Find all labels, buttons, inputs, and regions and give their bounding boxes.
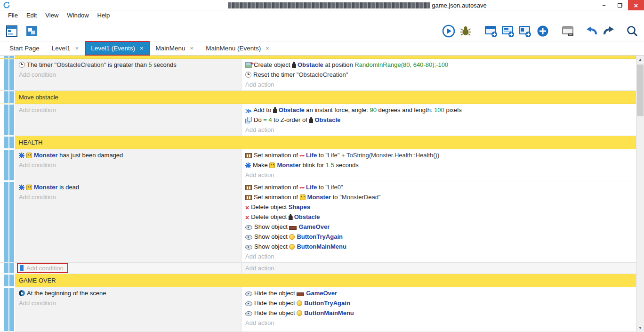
add-condition-button[interactable]: Add condition [26, 265, 64, 272]
comment-text[interactable]: HEALTH [15, 136, 636, 149]
new-external-events-icon[interactable] [501, 24, 515, 38]
action[interactable]: Set animation of Monster to "MonsterDead… [245, 192, 633, 202]
text-segment: to [331, 194, 339, 201]
redo-icon[interactable] [602, 24, 616, 38]
tab-start-page[interactable]: Start Page [4, 41, 45, 55]
comment-text[interactable]: Move obstacle [15, 91, 636, 104]
text-segment: Delete object [251, 213, 289, 220]
add-action-button[interactable]: Add action [245, 318, 633, 328]
menu-item-window[interactable]: Window [63, 10, 93, 21]
scene-editor-icon[interactable] [24, 24, 39, 38]
event-drag-handle[interactable] [0, 136, 15, 149]
text-segment: RandomInRange(80, 640-80);-100 [354, 61, 448, 68]
action[interactable]: ×Delete object Shapes [245, 202, 633, 212]
add-action-button[interactable]: Add action [245, 263, 633, 273]
tab-mainmenu[interactable]: MainMenu× [150, 41, 200, 55]
text-segment: Delete object [251, 203, 289, 211]
event-drag-handle[interactable] [0, 149, 15, 181]
condition[interactable]: At the beginning of the scene [19, 288, 238, 298]
tab-bar: Start PageLevel1×Level1 (Events)×MainMen… [0, 41, 644, 56]
close-tab-icon[interactable]: × [266, 45, 269, 52]
condition[interactable]: Monster is dead [19, 182, 238, 192]
text-segment: Do [254, 116, 263, 123]
menu-item-view[interactable]: View [41, 10, 63, 21]
actions-column: Set animation of ♥♥♥Life to "Life" + ToS… [241, 149, 636, 181]
event-row: Monster is deadAdd conditionSet animatio… [0, 181, 636, 263]
condition[interactable]: The timer "ObstacleCreation" is greater … [19, 60, 238, 70]
action[interactable]: Make Monster blink for 1.5 seconds [245, 160, 633, 170]
event-drag-handle[interactable] [0, 104, 15, 136]
tab-label: MainMenu [156, 45, 185, 52]
scroll-thumb[interactable] [637, 65, 644, 116]
add-circle-icon[interactable] [536, 24, 550, 38]
minimize-button[interactable]: − [596, 0, 612, 10]
scroll-down-icon[interactable]: ▼ [636, 324, 644, 332]
close-tab-icon[interactable]: × [190, 45, 194, 52]
action[interactable]: ×Delete object Obstacle [245, 212, 633, 222]
action[interactable]: ≫Add to Obstacle an instant force, angle… [245, 105, 633, 115]
menu-item-file[interactable]: File [4, 10, 22, 21]
gameover-icon [297, 292, 304, 296]
restore-button[interactable] [612, 0, 628, 10]
add-condition-button[interactable]: Add condition [19, 160, 238, 170]
event-drag-handle[interactable] [0, 56, 15, 58]
show-icon [245, 235, 252, 240]
action[interactable]: Show object GameOver [245, 222, 633, 232]
action[interactable]: Reset the timer "ObstacleCreation" [245, 70, 633, 80]
event-drag-handle[interactable] [0, 263, 15, 274]
monster-icon [26, 153, 32, 158]
event-drag-handle[interactable] [0, 181, 15, 262]
add-action-button[interactable]: Add action [245, 251, 633, 261]
close-tab-icon[interactable]: × [75, 45, 79, 52]
burst-icon [19, 153, 24, 158]
action[interactable]: Hide the object ButtonTryAgain [245, 298, 633, 308]
close-button[interactable]: × [628, 0, 644, 10]
action[interactable]: Set animation of ♥♥♥Life to "Life" + ToS… [245, 150, 633, 160]
comment-partial[interactable] [15, 56, 636, 58]
add-action-button[interactable]: Add action [245, 80, 633, 89]
event-drag-handle[interactable] [0, 91, 15, 104]
action[interactable]: Hide the object GameOver [245, 288, 633, 298]
scroll-up-icon[interactable]: ▲ [636, 56, 644, 64]
play-icon[interactable] [442, 24, 456, 38]
action[interactable]: Create object Obstacle at position Rando… [245, 60, 633, 70]
project-manager-icon[interactable] [5, 24, 19, 38]
menu-item-edit[interactable]: Edit [22, 10, 41, 21]
event-drag-handle[interactable] [0, 274, 15, 287]
action[interactable]: Show object ButtonMainMenu [245, 242, 633, 251]
add-condition-button[interactable]: Add condition [19, 298, 238, 308]
undo-icon[interactable] [585, 24, 599, 38]
close-tab-icon[interactable]: × [140, 45, 144, 52]
action[interactable]: Set animation of ♥♥♥Life to "Life0" [245, 182, 633, 192]
obstacle-icon [309, 117, 313, 123]
event-drag-handle[interactable] [0, 59, 15, 90]
add-condition-button[interactable]: Add condition [19, 105, 238, 115]
new-external-layout-icon[interactable] [518, 24, 532, 38]
animation-icon [245, 153, 252, 158]
hide-icon [245, 291, 252, 296]
search-icon[interactable] [625, 24, 639, 38]
event-drag-handle[interactable] [0, 287, 15, 332]
gameover-icon [289, 226, 297, 230]
tab-level1[interactable]: Level1× [46, 41, 84, 55]
debug-icon[interactable] [459, 24, 473, 38]
action[interactable]: Show object ButtonTryAgain [245, 232, 633, 242]
new-scene-icon[interactable] [484, 24, 498, 38]
text-segment: Hide the object [254, 309, 297, 316]
tab-level1-events-[interactable]: Level1 (Events)× [85, 41, 149, 55]
vertical-scrollbar[interactable]: ▲ ▼ [636, 56, 644, 332]
add-condition-button[interactable]: Add condition [19, 70, 238, 80]
button-icon [297, 300, 302, 306]
action[interactable]: Do = 4 to Z-order of Obstacle [245, 115, 633, 125]
button-icon [289, 244, 295, 250]
menu-item-help[interactable]: Help [93, 10, 114, 21]
add-action-button[interactable]: Add action [245, 125, 633, 135]
window-minus-icon[interactable] [561, 24, 575, 38]
add-condition-button[interactable]: Add condition [19, 192, 238, 202]
condition[interactable]: Monster has just been damaged [19, 150, 238, 160]
action[interactable]: Hide the object ButtonMainMenu [245, 308, 633, 318]
comment-text[interactable]: GAME OVER [15, 274, 636, 287]
tab-mainmenu-events-[interactable]: MainMenu (Events)× [200, 41, 275, 55]
text-segment: at position [323, 61, 355, 68]
add-action-button[interactable]: Add action [245, 170, 633, 180]
